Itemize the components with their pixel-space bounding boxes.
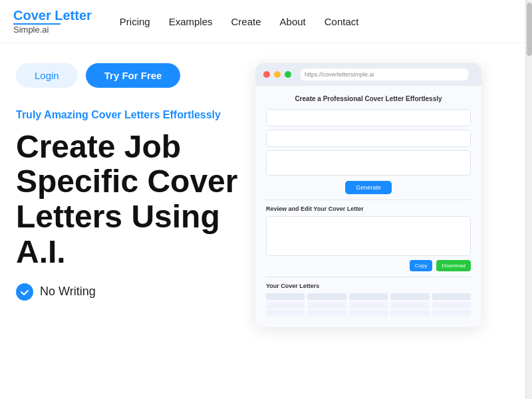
hero-section: Login Try For Free Truly Amazing Cover L… bbox=[0, 43, 532, 327]
app-input-3[interactable] bbox=[266, 150, 471, 176]
hero-feature-item: No Writing bbox=[16, 283, 242, 301]
window-dot-green bbox=[285, 71, 291, 78]
login-button[interactable]: Login bbox=[16, 63, 78, 88]
scrollbar[interactable] bbox=[525, 0, 532, 399]
table-data-1-3 bbox=[349, 302, 388, 309]
navbar: Cover Letter Simple.ai Pricing Examples … bbox=[0, 0, 532, 43]
app-download-button[interactable]: Download bbox=[436, 260, 471, 271]
table-header-2 bbox=[307, 293, 346, 300]
hero-left: Login Try For Free Truly Amazing Cover L… bbox=[16, 63, 242, 301]
table-data-2-1 bbox=[266, 310, 305, 317]
feature-no-writing: No Writing bbox=[40, 285, 96, 299]
url-bar: https://coverlettersimple.ai bbox=[301, 68, 468, 80]
table-data-1-1 bbox=[266, 302, 305, 309]
table-data-2-4 bbox=[390, 310, 429, 317]
nav-item-examples[interactable]: Examples bbox=[169, 16, 213, 27]
table-header-1 bbox=[266, 293, 305, 300]
app-divider-1 bbox=[266, 200, 471, 200]
table-data-1-4 bbox=[390, 302, 429, 309]
cta-row: Login Try For Free bbox=[16, 63, 242, 88]
table-data-2-2 bbox=[307, 310, 346, 317]
check-icon bbox=[16, 283, 33, 301]
nav-item-about[interactable]: About bbox=[280, 16, 306, 27]
app-body: Create a Professional Cover Letter Effor… bbox=[255, 86, 481, 327]
app-input-2[interactable] bbox=[266, 130, 471, 147]
hero-right: https://coverlettersimple.ai Create a Pr… bbox=[255, 63, 516, 327]
try-for-free-button[interactable]: Try For Free bbox=[86, 63, 181, 88]
nav-item-pricing[interactable]: Pricing bbox=[120, 16, 150, 27]
table-data-2-3 bbox=[349, 310, 388, 317]
logo[interactable]: Cover Letter Simple.ai bbox=[13, 8, 92, 35]
logo-text-bottom: Simple.ai bbox=[13, 25, 92, 35]
app-input-1[interactable] bbox=[266, 109, 471, 126]
table-row-1 bbox=[266, 302, 471, 309]
app-section3-title: Your Cover Letters bbox=[266, 283, 471, 289]
hero-title: Create Job Specific Cover Letters Using … bbox=[16, 130, 242, 270]
app-window: https://coverlettersimple.ai Create a Pr… bbox=[255, 63, 481, 327]
table-data-1-5 bbox=[432, 302, 471, 309]
logo-text-top: Cover Letter bbox=[13, 8, 92, 23]
hero-subtitle: Truly Amazing Cover Letters Effortlessly bbox=[16, 108, 242, 122]
app-section2-title: Review and Edit Your Cover Letter bbox=[266, 205, 471, 212]
app-titlebar: https://coverlettersimple.ai bbox=[255, 63, 481, 86]
app-generate-button[interactable]: Generate bbox=[345, 181, 392, 194]
nav-item-create[interactable]: Create bbox=[231, 16, 261, 27]
table-header-5 bbox=[432, 293, 471, 300]
app-section1-title: Create a Professional Cover Letter Effor… bbox=[266, 95, 471, 102]
table-data-2-5 bbox=[432, 310, 471, 317]
nav-links: Pricing Examples Create About Contact bbox=[120, 16, 519, 27]
app-copy-button[interactable]: Copy bbox=[410, 260, 433, 271]
app-edit-area[interactable] bbox=[266, 216, 471, 256]
scrollbar-thumb[interactable] bbox=[527, 3, 532, 56]
window-dot-red bbox=[263, 71, 270, 78]
table-header-4 bbox=[390, 293, 429, 300]
window-dot-yellow bbox=[274, 71, 281, 78]
table-header-3 bbox=[349, 293, 388, 300]
table-data-1-2 bbox=[307, 302, 346, 309]
app-inputs bbox=[266, 109, 471, 176]
app-table-header bbox=[266, 293, 471, 300]
nav-item-contact[interactable]: Contact bbox=[325, 16, 359, 27]
table-row-2 bbox=[266, 310, 471, 317]
app-divider-2 bbox=[266, 277, 471, 277]
app-btn-row: Copy Download bbox=[266, 260, 471, 271]
url-text: https://coverlettersimple.ai bbox=[305, 71, 374, 78]
